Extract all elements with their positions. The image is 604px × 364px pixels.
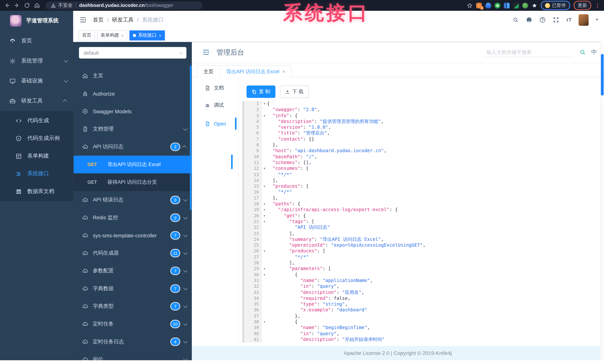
swagger-nav-岗位[interactable]: 岗位: [74, 351, 192, 360]
sidebar-item-研发工具[interactable]: 研发工具: [0, 91, 73, 111]
download-button[interactable]: 下 载: [280, 86, 309, 98]
code-line-35: 35 "type": "string",: [242, 301, 602, 307]
update-browser-button[interactable]: 更新: [574, 1, 591, 10]
app-logo[interactable]: 芋道管理系统: [0, 11, 73, 31]
extension-orange-icon[interactable]: 1: [476, 2, 482, 8]
close-icon[interactable]: ×: [159, 33, 161, 38]
close-icon[interactable]: ×: [121, 33, 124, 38]
swagger-nav-API 错误日志[interactable]: API 错误日志3: [74, 191, 192, 209]
fold-marker-icon[interactable]: ▾: [262, 166, 267, 172]
user-avatar[interactable]: [579, 14, 589, 26]
breadcrumb-item[interactable]: 研发工具/: [112, 16, 142, 23]
fold-marker-icon[interactable]: ▾: [262, 219, 267, 225]
group-select[interactable]: default: [79, 47, 187, 59]
tag-首页[interactable]: 首页: [79, 30, 95, 40]
tag-表单构建[interactable]: 表单构建×: [97, 30, 127, 40]
fold-spacer: [262, 289, 267, 296]
sidebar-item-首页[interactable]: 首页: [0, 31, 73, 51]
sidebar-subitem-数据库文档[interactable]: 数据库文档: [0, 183, 73, 200]
fold-spacer: [262, 178, 267, 184]
font-size-icon[interactable]: тT: [566, 17, 572, 23]
breadcrumb-item[interactable]: 系统接口/: [142, 16, 164, 23]
doc-tab-主页[interactable]: 主页×: [197, 65, 220, 77]
sidebar-item-基础设施[interactable]: 基础设施: [0, 71, 73, 91]
doc-nav-Open[interactable]: Open: [191, 116, 238, 131]
doc-search-input[interactable]: [486, 48, 574, 57]
sidebar-subitem-表单构建[interactable]: 表单构建: [0, 147, 73, 165]
browser-menu-kebab-icon[interactable]: ⋮: [595, 2, 600, 8]
fold-marker-icon[interactable]: ▾: [262, 113, 267, 119]
header-search-icon[interactable]: [512, 17, 519, 23]
fold-marker-icon[interactable]: ▾: [262, 201, 267, 207]
fold-marker-icon[interactable]: ▾: [262, 266, 267, 272]
swagger-nav-sys-sms-template-controller[interactable]: sys-sms-template-controller7: [74, 226, 192, 244]
profile-paused-badge[interactable]: 已暂停: [541, 1, 570, 10]
extension-green-leaf-icon[interactable]: [522, 2, 528, 8]
gear-icon: [9, 58, 16, 64]
fullscreen-icon[interactable]: [553, 17, 559, 23]
json-code-editor[interactable]: 1▾{2 "swagger": "2.0",3▾ "info": {4 "des…: [242, 101, 602, 345]
doc-menu-toggle-icon[interactable]: [202, 49, 209, 56]
swagger-nav-字典类型[interactable]: 字典类型7: [74, 297, 192, 315]
fold-marker-icon[interactable]: ▾: [262, 319, 267, 325]
close-icon[interactable]: ×: [282, 69, 285, 74]
language-toggle[interactable]: 中: [591, 49, 597, 56]
swagger-nav-Swagger Models[interactable]: Swagger Models: [74, 102, 192, 120]
extension-green-circle-icon[interactable]: [495, 2, 500, 8]
bookmark-star-icon[interactable]: [467, 2, 473, 8]
open-icon: [204, 121, 210, 126]
swagger-nav-主页[interactable]: 主页: [74, 67, 192, 85]
swagger-nav-定时任务日志[interactable]: 定时任务日志4: [74, 333, 192, 351]
help-icon[interactable]: [539, 17, 546, 23]
code-line-17: 17 ],: [242, 195, 602, 201]
reload-icon[interactable]: [24, 2, 30, 8]
doc-panel-scrollbar[interactable]: [231, 155, 233, 169]
doc-tab-导出API 访问日志 Excel[interactable]: 导出API 访问日志 Excel×: [220, 65, 292, 77]
tag-系统接口[interactable]: 系统接口×: [130, 30, 165, 40]
operation-获得API 访问日志分页[interactable]: GET获得API 访问日志分页: [74, 173, 192, 191]
chevron-down-icon: [183, 357, 188, 360]
forward-icon[interactable]: [14, 2, 20, 8]
extension-blue-drop-icon[interactable]: [485, 2, 491, 8]
address-bar[interactable]: 不安全 dashboard.yudao.iocoder.cn /tool/swa…: [45, 1, 202, 9]
chevron-down-icon: [183, 303, 188, 308]
swagger-sidebar-scrollbar[interactable]: [190, 65, 191, 210]
github-icon[interactable]: [526, 17, 532, 23]
fold-marker-icon[interactable]: ▾: [262, 248, 267, 254]
swagger-nav-Authorize[interactable]: Authorize: [74, 85, 192, 102]
swagger-nav-参数配置[interactable]: 参数配置7: [74, 262, 192, 280]
operation-导出API 访问日志 Excel[interactable]: GET导出API 访问日志 Excel: [74, 156, 192, 173]
monitor-icon: [9, 77, 16, 84]
extension-white-star-icon[interactable]: [532, 2, 537, 8]
home-icon[interactable]: [34, 2, 40, 8]
operation-count-badge: 7: [171, 232, 180, 239]
collapse-sidebar-icon[interactable]: [79, 16, 87, 24]
swagger-nav-API 访问日志[interactable]: API 访问日志2: [74, 138, 192, 156]
api-group-icon: [82, 144, 88, 150]
swagger-nav-Redis 监控[interactable]: Redis 监控2: [74, 209, 192, 226]
fold-marker-icon[interactable]: ▾: [262, 272, 267, 278]
swagger-nav-定时任务[interactable]: 定时任务10: [74, 315, 192, 333]
extension-blue-grid-icon[interactable]: [504, 2, 510, 8]
swagger-nav-代码生成器[interactable]: 代码生成器11: [74, 244, 192, 262]
swagger-nav-文档管理[interactable]: 文档管理: [74, 120, 192, 138]
breadcrumb-item[interactable]: 首页/: [93, 16, 112, 23]
sidebar-subitem-代码生成示例[interactable]: 代码生成示例: [0, 129, 73, 147]
doc-nav-调试[interactable]: 调试: [191, 98, 238, 113]
sidebar-subitem-代码生成[interactable]: 代码生成: [0, 112, 73, 129]
sidebar-item-系统管理[interactable]: 系统管理: [0, 51, 73, 71]
fold-marker-icon[interactable]: ▾: [262, 101, 267, 107]
doc-nav-文档[interactable]: 文档: [191, 80, 238, 96]
fold-marker-icon[interactable]: ▾: [262, 183, 267, 189]
doc-search-icon[interactable]: [579, 49, 586, 55]
fold-marker-icon[interactable]: ▾: [262, 207, 267, 213]
user-menu-caret-icon[interactable]: [595, 19, 599, 21]
page-scrollbar-thumb[interactable]: [601, 54, 604, 96]
fold-marker-icon[interactable]: ▾: [262, 213, 267, 219]
back-icon[interactable]: [4, 2, 10, 8]
sidebar-subitem-系统接口[interactable]: 系统接口: [0, 165, 73, 183]
url-path: /tool/swagger: [145, 3, 173, 8]
extension-gm-icon[interactable]: [513, 2, 519, 8]
copy-button[interactable]: 复 制: [247, 86, 276, 98]
swagger-nav-字典数据[interactable]: 字典数据7: [74, 280, 192, 297]
